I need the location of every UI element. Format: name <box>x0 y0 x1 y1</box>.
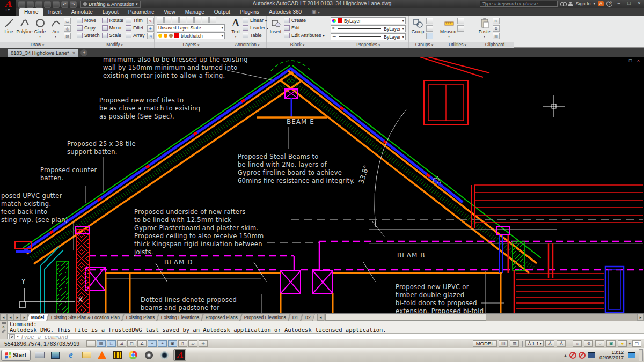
stretch-button[interactable]: Stretch <box>77 32 100 39</box>
leader-button[interactable]: Leader▾ <box>243 24 268 32</box>
app-menu-button[interactable]: A LT <box>0 0 16 16</box>
show-hidden-icons[interactable]: ▲ <box>564 353 567 357</box>
model-space-button[interactable]: MODEL <box>473 340 497 347</box>
group-select-icon[interactable] <box>426 33 433 39</box>
viewport-close-icon[interactable]: × <box>635 58 641 63</box>
tray-disabled-icon[interactable] <box>569 352 576 359</box>
scroll-right-icon[interactable]: ► <box>637 314 644 321</box>
tab-existing-elevations[interactable]: Existing Elevations <box>157 314 203 321</box>
minimize-button[interactable]: – <box>615 1 623 7</box>
annotation-scale-button[interactable]: Å1:1▾ <box>525 340 544 347</box>
taskbar-chrome-icon[interactable] <box>127 349 140 361</box>
copy-clip-icon[interactable]: ⧉ <box>493 25 500 32</box>
model-tab-icon[interactable]: ▤ <box>499 340 508 347</box>
panel-label-annotation[interactable]: Annotation▾ <box>228 42 266 48</box>
tab-home[interactable]: Home <box>19 8 43 16</box>
layer-state-dropdown[interactable]: Unsaved Layer State▾ <box>157 24 225 31</box>
autoscale-icon[interactable]: Å <box>557 340 566 347</box>
panel-label-groups[interactable]: Groups▾ <box>409 42 440 48</box>
hardware-accel-icon[interactable]: ▣ <box>606 340 616 347</box>
move-button[interactable]: Move <box>77 17 100 24</box>
esnap-toggle[interactable]: ∠ <box>137 340 147 347</box>
ortho-toggle[interactable]: ⊿ <box>117 340 126 347</box>
offset-icon[interactable]: ◳ <box>147 33 154 39</box>
rotate-button[interactable]: Rotate <box>102 17 124 24</box>
next-tab-button[interactable]: ► <box>14 314 21 321</box>
exchange-icon[interactable]: A <box>598 1 604 6</box>
clean-screen-icon[interactable]: ▢ <box>632 340 641 347</box>
taskbar-cd-icon[interactable] <box>142 349 155 361</box>
otrack-toggle[interactable]: + <box>158 340 167 347</box>
quick-properties-toggle[interactable]: ✛ <box>199 340 208 347</box>
search-input[interactable] <box>480 1 558 7</box>
copy-button[interactable]: Copy <box>77 24 100 32</box>
command-grip[interactable]: × <box>0 321 8 339</box>
isolate-objects-icon[interactable]: ◌ <box>595 340 604 347</box>
layer-off-icon[interactable] <box>164 17 171 23</box>
panel-label-properties[interactable]: Properties▾ <box>328 42 408 48</box>
transparency-toggle[interactable]: ▱ <box>188 340 197 347</box>
paste-button[interactable]: Paste▾ <box>477 17 492 41</box>
drawing-canvas[interactable]: minimum, also to be dressed up the exist… <box>0 57 644 313</box>
horizontal-scrollbar[interactable]: ◄ ► <box>317 314 644 321</box>
tray-network-icon[interactable] <box>588 352 595 358</box>
edit-attributes-button[interactable]: Edit Attributes▾ <box>284 32 325 39</box>
taskbar-autocad-icon[interactable]: A <box>173 349 186 361</box>
tab-model[interactable]: Model <box>27 314 48 321</box>
taskbar-lens-icon[interactable] <box>158 349 171 361</box>
tab-parametric[interactable]: Parametric <box>123 8 159 16</box>
scale-button[interactable]: Scale <box>102 32 124 39</box>
scrollbar-track[interactable] <box>324 314 637 321</box>
tab-existing-plans[interactable]: Existing Plans <box>122 314 159 321</box>
color-dropdown[interactable]: ByLayer▾ <box>331 17 406 24</box>
linear-dim-button[interactable]: Linear▾ <box>243 17 268 24</box>
osnap-toggle[interactable]: + <box>148 340 157 347</box>
panel-label-layers[interactable]: Layers▾ <box>155 42 228 48</box>
text-button[interactable]: AText▾ <box>230 17 241 41</box>
group-button[interactable]: Group <box>411 17 425 41</box>
table-button[interactable]: Table <box>243 32 268 39</box>
recent-commands-icon[interactable]: ▾ <box>17 335 19 339</box>
scrollbar-thumb[interactable] <box>325 314 486 321</box>
taskbar-explorer-icon[interactable] <box>49 349 62 361</box>
panel-label-block[interactable]: Block▾ <box>267 42 328 48</box>
panel-label-clipboard[interactable]: Clipboard <box>475 42 514 48</box>
quick-calc-icon[interactable] <box>457 25 464 32</box>
panel-label-modify[interactable]: Modify▾ <box>75 42 154 48</box>
file-tab-close-icon[interactable]: × <box>72 49 76 57</box>
ribbon-extra-icon[interactable]: ▣ ▾ <box>306 8 325 16</box>
tab-output[interactable]: Output <box>209 8 235 16</box>
taskbar-hdd-icon[interactable] <box>33 349 46 361</box>
workspace-switch-icon[interactable]: ☼ <box>573 340 582 347</box>
ellipse-tool-icon[interactable]: ◎ <box>64 25 71 32</box>
line-button[interactable]: Line <box>2 17 16 41</box>
tray-disabled-icon[interactable] <box>579 352 586 359</box>
start-button[interactable]: Start <box>1 350 31 361</box>
new-drawing-tab-button[interactable]: + <box>80 49 87 56</box>
panel-label-draw[interactable]: Draw▾ <box>0 42 75 48</box>
measure-button[interactable]: Measure▾ <box>442 17 456 41</box>
drawing-file-tab[interactable]: 0103_34 Highclove Lane* × <box>8 49 78 57</box>
layer-freeze-icon[interactable] <box>179 17 186 23</box>
layout-tab-icon[interactable]: ▥ <box>510 340 519 347</box>
taskbar-tnt-icon[interactable] <box>111 349 124 361</box>
grid-toggle[interactable]: ∟ <box>107 340 116 347</box>
tab-autodesk360[interactable]: Autodesk 360 <box>264 8 306 16</box>
tray-display-icon[interactable] <box>628 352 635 358</box>
viewport-minimize-icon[interactable]: – <box>619 58 625 63</box>
array-button[interactable]: Array <box>126 32 145 39</box>
lineweight-toggle[interactable]: ▯ <box>178 340 187 347</box>
ungroup-icon[interactable] <box>426 18 433 24</box>
tab-manage[interactable]: Manage <box>180 8 209 16</box>
close-button[interactable]: × <box>635 1 643 7</box>
performance-bulb-icon[interactable]: ● <box>618 340 627 347</box>
sign-in-link[interactable]: Sign In <box>575 1 590 6</box>
block-create-button[interactable]: Create <box>284 17 325 24</box>
tab-insert[interactable]: Insert <box>43 8 67 16</box>
trim-button[interactable]: Trim <box>126 17 145 24</box>
show-desktop-button[interactable] <box>639 349 643 361</box>
restore-button[interactable]: □ <box>625 1 633 7</box>
tab-annotate[interactable]: Annotate <box>67 8 98 16</box>
linetype-dropdown[interactable]: ☰ByLayer▾ <box>331 33 406 40</box>
layer-lock-icon[interactable] <box>187 17 194 23</box>
